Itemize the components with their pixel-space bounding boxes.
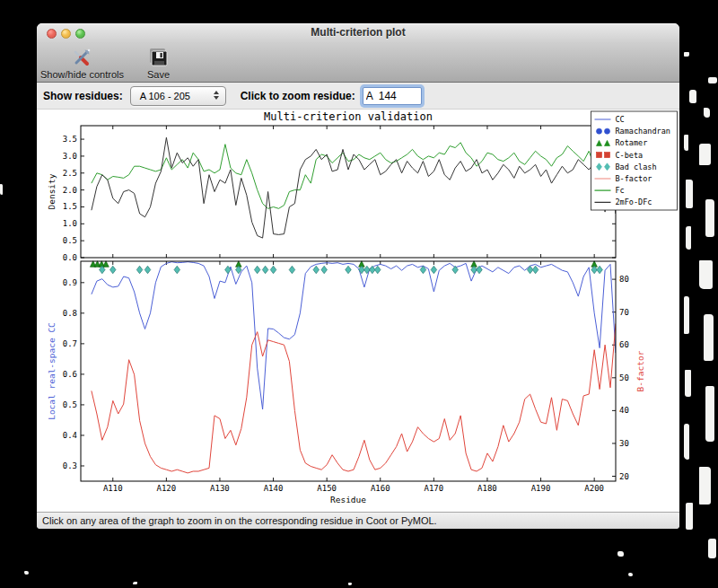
svg-text:0.8: 0.8	[63, 309, 77, 318]
window-title: Multi-criterion plot	[37, 26, 679, 39]
background-artifact	[705, 386, 714, 442]
background-artifact	[699, 467, 711, 505]
background-artifact	[686, 180, 693, 208]
svg-text:A110: A110	[103, 484, 123, 493]
save-button[interactable]: Save	[147, 47, 170, 80]
titlebar[interactable]: Multi-criterion plot	[37, 23, 679, 42]
toolbar: Show/hide controls Save	[37, 42, 679, 83]
svg-text:A130: A130	[210, 484, 230, 493]
svg-text:0.5: 0.5	[63, 400, 77, 409]
tools-icon	[71, 47, 92, 68]
svg-text:20: 20	[619, 472, 629, 481]
svg-text:0.7: 0.7	[63, 339, 77, 348]
svg-text:A180: A180	[477, 484, 497, 493]
background-artifact	[684, 296, 689, 334]
svg-text:3.5: 3.5	[63, 135, 77, 144]
background-artifact	[704, 314, 714, 361]
svg-text:Residue: Residue	[330, 495, 366, 505]
show-residues-label: Show residues:	[43, 90, 123, 102]
zoom-residue-input[interactable]	[363, 87, 422, 105]
svg-text:Local real-space CC: Local real-space CC	[47, 322, 57, 420]
background-artifact	[686, 226, 691, 250]
floppy-disk-icon	[147, 47, 169, 68]
svg-text:A200: A200	[584, 484, 604, 493]
svg-text:3.0: 3.0	[63, 152, 77, 161]
svg-text:0.5: 0.5	[63, 236, 77, 245]
svg-text:2mFo-DFc: 2mFo-DFc	[616, 197, 652, 206]
svg-text:0.6: 0.6	[63, 370, 77, 379]
svg-text:A140: A140	[264, 484, 284, 493]
svg-text:2.5: 2.5	[63, 169, 77, 178]
svg-text:Fc: Fc	[616, 186, 625, 195]
status-bar: Click on any area of the graph to zoom i…	[37, 512, 679, 529]
background-artifact	[684, 135, 688, 151]
svg-text:50: 50	[619, 373, 629, 382]
residue-range-value: A 106 - 205	[140, 91, 190, 101]
svg-text:A170: A170	[425, 484, 444, 493]
controls-bar: Show residues: A 106 - 205 Click to zoom…	[37, 83, 679, 110]
svg-text:A120: A120	[157, 484, 177, 493]
svg-text:70: 70	[619, 308, 629, 317]
background-artifact	[699, 144, 711, 165]
background-artifact	[708, 77, 717, 83]
toolbar-button-label: Show/hide controls	[40, 69, 124, 80]
background-artifact	[684, 52, 689, 57]
background-artifact	[628, 573, 633, 576]
svg-text:A190: A190	[531, 484, 551, 493]
show-hide-controls-button[interactable]: Show/hide controls	[40, 47, 124, 80]
background-artifact	[24, 571, 29, 575]
background-artifact	[699, 260, 713, 289]
svg-text:1.5: 1.5	[63, 202, 77, 211]
toolbar-button-label: Save	[147, 69, 170, 80]
svg-text:Rotamer: Rotamer	[616, 138, 648, 147]
background-artifact	[705, 199, 714, 237]
svg-text:0.0: 0.0	[63, 253, 77, 262]
background-artifact	[704, 108, 710, 118]
desktop-background: Multi-criterion plot Show/hide controls	[0, 0, 718, 588]
background-artifact	[684, 424, 689, 460]
background-artifact	[708, 539, 716, 558]
background-artifact	[689, 90, 696, 103]
svg-text:Ramachandran: Ramachandran	[616, 127, 670, 136]
svg-text:80: 80	[619, 275, 629, 284]
stepper-arrows-icon	[214, 91, 219, 100]
svg-text:Multi-criterion validation: Multi-criterion validation	[264, 110, 433, 123]
multi-criterion-plot[interactable]: Multi-criterion validationResidueA110A12…	[37, 110, 679, 512]
svg-text:40: 40	[619, 406, 629, 415]
app-window: Multi-criterion plot Show/hide controls	[37, 23, 679, 529]
svg-text:0.9: 0.9	[63, 278, 77, 287]
svg-text:Density: Density	[47, 173, 57, 209]
svg-text:0.3: 0.3	[63, 461, 77, 470]
svg-text:A160: A160	[371, 484, 390, 493]
svg-text:B-factor: B-factor	[635, 350, 645, 391]
background-artifact	[685, 370, 691, 397]
svg-text:60: 60	[619, 340, 629, 349]
plot-region: Multi-criterion validationResidueA110A12…	[37, 110, 679, 512]
background-artifact	[686, 503, 693, 530]
svg-text:C-beta: C-beta	[616, 151, 644, 160]
svg-text:2.0: 2.0	[63, 186, 77, 195]
status-text: Click on any area of the graph to zoom i…	[42, 515, 437, 526]
background-artifact	[348, 583, 352, 585]
background-artifact	[0, 184, 3, 195]
background-artifact	[617, 551, 624, 557]
svg-text:CC: CC	[616, 115, 625, 124]
svg-text:0.4: 0.4	[63, 431, 77, 440]
svg-text:30: 30	[619, 439, 629, 448]
background-artifact	[133, 582, 137, 584]
zoom-residue-label: Click to zoom residue:	[241, 90, 355, 102]
svg-text:B-factor: B-factor	[616, 174, 652, 183]
residue-range-dropdown[interactable]: A 106 - 205	[130, 86, 226, 106]
svg-text:A150: A150	[317, 484, 337, 493]
svg-text:1.0: 1.0	[63, 219, 77, 228]
svg-text:Bad clash: Bad clash	[616, 162, 657, 171]
